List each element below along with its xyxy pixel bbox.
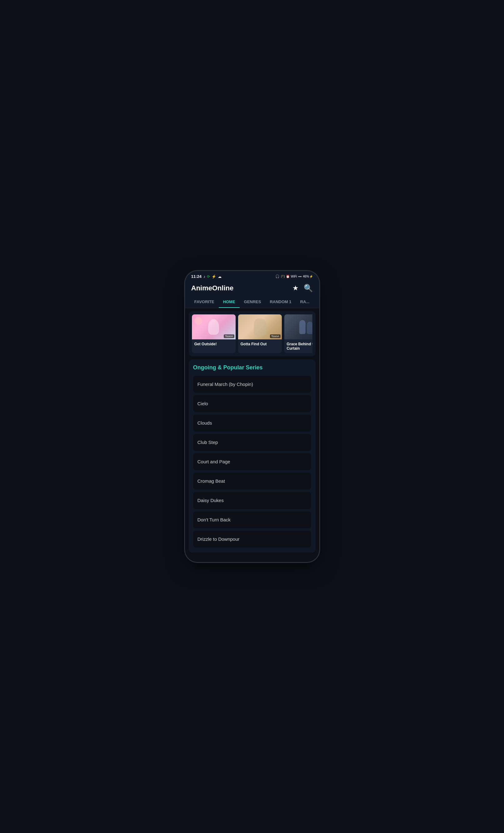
status-time: 11:24 <box>191 274 202 279</box>
nav-tabs: FAVORITE HOME GENRES RANDOM 1 RA... <box>185 296 319 308</box>
series-item-4[interactable]: Court and Page <box>193 453 311 470</box>
series-item-text-2: Clouds <box>198 420 212 426</box>
series-list: Funeral March (by Chopin) Cielo Clouds C… <box>193 376 311 548</box>
status-bar: 11:24 ♪ ⟳ ⚡ ☁ 🎧 📳 ⏰ WiFi ▪▪▪ 46%⚡ <box>185 271 319 281</box>
wifi-icon: WiFi <box>291 275 297 278</box>
alarm-icon: ⏰ <box>286 275 289 278</box>
status-icons-right: 🎧 📳 ⏰ WiFi ▪▪▪ 46%⚡ <box>275 275 313 279</box>
tiktok-icon: ♪ <box>203 275 205 279</box>
bottom-spacer <box>185 556 319 562</box>
featured-card-2[interactable]: ToonA Gotta Find Out <box>238 314 282 353</box>
series-item-text-1: Cielo <box>198 401 208 406</box>
series-item-0[interactable]: Funeral March (by Chopin) <box>193 376 311 393</box>
vibrate-icon: 📳 <box>281 275 285 278</box>
card-image-1: ToonA <box>192 314 235 339</box>
signal-icon: ▪▪▪ <box>298 275 302 278</box>
app-header: AnimeOnline ★ 🔍 <box>185 281 319 296</box>
ongoing-section: Ongoing & Popular Series Funeral March (… <box>189 359 316 553</box>
featured-section: ToonA Get Outside! ToonA Gotta Find Out <box>189 311 316 356</box>
series-item-7[interactable]: Don't Turn Back <box>193 511 311 528</box>
card-label-1: Get Outside! <box>192 339 235 349</box>
featured-cards[interactable]: ToonA Get Outside! ToonA Gotta Find Out <box>192 314 312 353</box>
featured-card-1[interactable]: ToonA Get Outside! <box>192 314 235 353</box>
series-item-1[interactable]: Cielo <box>193 395 311 412</box>
content-area[interactable]: ToonA Get Outside! ToonA Gotta Find Out <box>185 308 319 562</box>
cloud-icon: ☁ <box>218 275 222 279</box>
card-source-tag-2: ToonA <box>270 334 281 338</box>
card-image-3: Toor <box>284 314 312 339</box>
tab-favorite[interactable]: FAVORITE <box>190 296 219 308</box>
tab-random1[interactable]: RANDOM 1 <box>265 296 296 308</box>
series-item-5[interactable]: Cromag Beat <box>193 473 311 490</box>
headphone-icon: 🎧 <box>275 275 280 279</box>
series-item-6[interactable]: Daisy Dukes <box>193 492 311 509</box>
section-title-ongoing: Ongoing & Popular Series <box>193 364 311 371</box>
series-item-8[interactable]: Drizzle to Downpour <box>193 531 311 548</box>
battery-icon: 46%⚡ <box>303 275 313 278</box>
series-item-3[interactable]: Club Step <box>193 434 311 451</box>
series-item-text-7: Don't Turn Back <box>198 517 231 522</box>
series-item-text-5: Cromag Beat <box>198 478 225 484</box>
card-image-2: ToonA <box>238 314 282 339</box>
series-item-text-4: Court and Page <box>198 459 230 464</box>
tab-home[interactable]: HOME <box>219 296 240 308</box>
featured-card-3[interactable]: Toor Grace Behind the Curtain <box>284 314 312 353</box>
card-source-tag-1: ToonA <box>224 334 234 338</box>
series-item-text-3: Club Step <box>198 439 218 445</box>
series-item-2[interactable]: Clouds <box>193 414 311 431</box>
status-icons-left: ♪ ⟳ ⚡ ☁ <box>203 275 222 279</box>
series-item-text-0: Funeral March (by Chopin) <box>198 382 253 387</box>
spotify-icon: ⟳ <box>207 275 210 279</box>
bluetooth-icon: ⚡ <box>211 275 216 279</box>
search-icon[interactable]: 🔍 <box>304 284 313 292</box>
favorites-icon[interactable]: ★ <box>293 284 299 292</box>
card-label-2: Gotta Find Out <box>238 339 282 349</box>
tab-genres[interactable]: GENRES <box>240 296 266 308</box>
header-icons: ★ 🔍 <box>293 284 313 292</box>
app-title: AnimeOnline <box>191 284 234 292</box>
phone-frame: 11:24 ♪ ⟳ ⚡ ☁ 🎧 📳 ⏰ WiFi ▪▪▪ 46%⚡ AnimeO… <box>185 271 319 562</box>
tab-random2[interactable]: RA... <box>296 296 314 308</box>
series-item-text-8: Drizzle to Downpour <box>198 537 240 542</box>
card-label-3: Grace Behind the Curtain <box>284 339 312 353</box>
series-item-text-6: Daisy Dukes <box>198 498 224 503</box>
